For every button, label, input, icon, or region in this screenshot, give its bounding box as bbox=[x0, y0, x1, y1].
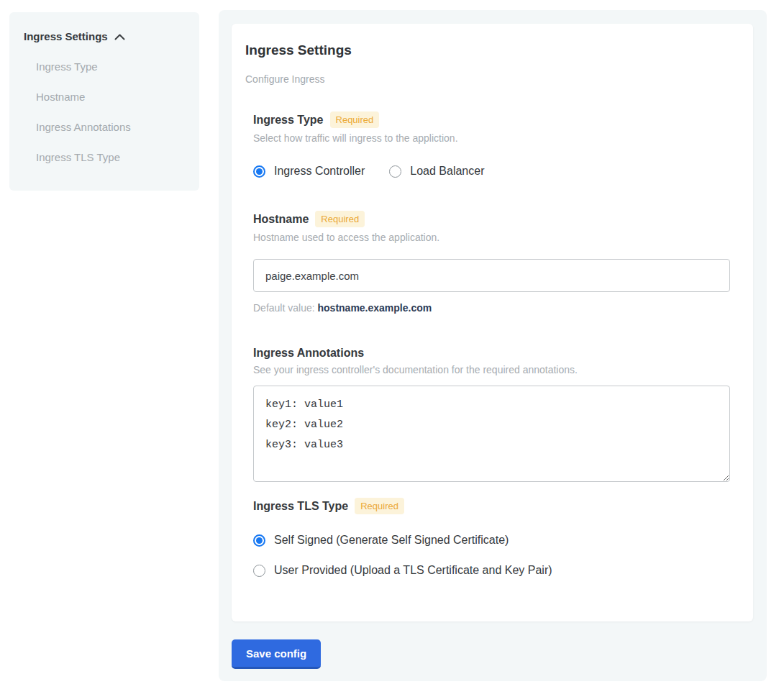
page-title: Ingress Settings bbox=[245, 42, 730, 58]
default-value-prefix: Default value: bbox=[253, 302, 318, 314]
config-panel: Ingress Settings Configure Ingress Ingre… bbox=[219, 10, 767, 681]
annotations-label: Ingress Annotations bbox=[253, 347, 364, 360]
hostname-default-value: Default value: hostname.example.com bbox=[253, 302, 730, 314]
hostname-help: Hostname used to access the application. bbox=[253, 232, 730, 243]
radio-user-provided[interactable]: User Provided (Upload a TLS Certificate … bbox=[253, 564, 730, 577]
sidebar-item-hostname[interactable]: Hostname bbox=[24, 91, 185, 103]
hostname-label: Hostname bbox=[253, 213, 309, 226]
hostname-input[interactable] bbox=[253, 259, 730, 292]
required-badge: Required bbox=[315, 211, 365, 227]
radio-button-icon[interactable] bbox=[389, 165, 401, 178]
default-value-text: hostname.example.com bbox=[318, 302, 432, 314]
radio-ingress-controller[interactable]: Ingress Controller bbox=[253, 165, 365, 178]
radio-label: Ingress Controller bbox=[274, 165, 365, 178]
radio-button-icon[interactable] bbox=[253, 165, 265, 178]
radio-load-balancer[interactable]: Load Balancer bbox=[389, 165, 484, 178]
sidebar-item-ingress-annotations[interactable]: Ingress Annotations bbox=[24, 121, 185, 133]
radio-button-icon[interactable] bbox=[253, 534, 265, 547]
radio-self-signed[interactable]: Self Signed (Generate Self Signed Certif… bbox=[253, 534, 730, 547]
radio-label: Load Balancer bbox=[410, 165, 484, 178]
ingress-type-help: Select how traffic will ingress to the a… bbox=[253, 132, 730, 144]
config-sidebar: Ingress Settings Ingress Type Hostname I… bbox=[9, 12, 199, 191]
section-ingress-type: Ingress Type Required Select how traffic… bbox=[253, 111, 730, 178]
ingress-type-label: Ingress Type bbox=[253, 114, 324, 127]
config-card: Ingress Settings Configure Ingress Ingre… bbox=[232, 24, 753, 621]
required-badge: Required bbox=[330, 111, 380, 128]
page-subtitle: Configure Ingress bbox=[245, 73, 730, 85]
radio-label: User Provided (Upload a TLS Certificate … bbox=[274, 564, 552, 577]
required-badge: Required bbox=[355, 498, 404, 514]
section-ingress-tls-type: Ingress TLS Type Required Self Signed (G… bbox=[253, 498, 730, 577]
save-config-button[interactable]: Save config bbox=[232, 639, 321, 669]
sidebar-group-ingress-settings[interactable]: Ingress Settings bbox=[24, 30, 185, 42]
section-ingress-annotations: Ingress Annotations See your ingress con… bbox=[253, 347, 730, 482]
chevron-up-icon bbox=[114, 34, 125, 40]
tls-type-label: Ingress TLS Type bbox=[253, 500, 348, 513]
section-hostname: Hostname Required Hostname used to acces… bbox=[253, 211, 730, 314]
annotations-help: See your ingress controller's documentat… bbox=[253, 364, 730, 375]
radio-button-icon[interactable] bbox=[253, 565, 265, 577]
sidebar-group-label: Ingress Settings bbox=[24, 30, 108, 42]
radio-label: Self Signed (Generate Self Signed Certif… bbox=[274, 534, 509, 547]
sidebar-item-ingress-tls-type[interactable]: Ingress TLS Type bbox=[24, 151, 185, 163]
annotations-textarea[interactable]: key1: value1 key2: value2 key3: value3 bbox=[253, 386, 730, 482]
sidebar-item-ingress-type[interactable]: Ingress Type bbox=[24, 60, 185, 73]
